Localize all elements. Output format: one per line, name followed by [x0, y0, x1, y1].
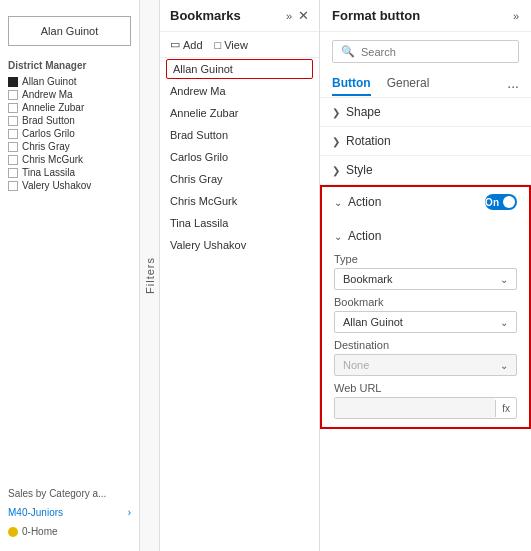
expand-icon[interactable]: » — [513, 10, 519, 22]
view-icon: □ — [215, 39, 222, 51]
toggle-label: On — [485, 197, 499, 208]
format-header-icons: » — [513, 10, 519, 22]
bookmark-item[interactable]: Tina Lassila — [160, 212, 319, 234]
district-list: Allan Guinot Andrew Ma Annelie Zubar Bra… — [0, 75, 139, 192]
list-item[interactable]: Brad Sutton — [8, 114, 131, 127]
checkbox-icon — [8, 129, 18, 139]
shape-label: Shape — [346, 105, 519, 119]
checkbox-icon — [8, 116, 18, 126]
tab-button[interactable]: Button — [332, 72, 371, 96]
chevron-down-icon: ⌄ — [500, 360, 508, 371]
chevron-down-icon: ⌄ — [500, 317, 508, 328]
rotation-label: Rotation — [346, 134, 519, 148]
bookmark-item-selected[interactable]: Allan Guinot — [166, 59, 313, 79]
chevron-right-icon: › — [128, 507, 131, 518]
bookmark-item[interactable]: Valery Ushakov — [160, 234, 319, 256]
checkbox-icon — [8, 181, 18, 191]
checkbox-icon — [8, 90, 18, 100]
web-url-label: Web URL — [334, 382, 517, 394]
view-label: View — [224, 39, 248, 51]
sales-label: Sales by Category a... — [8, 488, 131, 499]
bookmark-item[interactable]: Annelie Zubar — [160, 102, 319, 124]
district-name: Allan Guinot — [22, 76, 76, 87]
expand-icon[interactable]: » — [286, 10, 292, 22]
add-icon: ▭ — [170, 38, 180, 51]
style-label: Style — [346, 163, 519, 177]
checkbox-icon — [8, 155, 18, 165]
person-card[interactable]: Alan Guinot — [8, 16, 131, 46]
search-input[interactable] — [361, 46, 510, 58]
web-url-input-row: fx — [334, 397, 517, 419]
list-item[interactable]: Andrew Ma — [8, 88, 131, 101]
bookmarks-actions: ▭ Add □ View — [160, 32, 319, 58]
shape-section[interactable]: ❯ Shape — [320, 98, 531, 127]
type-dropdown[interactable]: Bookmark ⌄ — [334, 268, 517, 290]
bookmark-item[interactable]: Brad Sutton — [160, 124, 319, 146]
sub-action-label: Action — [348, 229, 517, 243]
list-item[interactable]: Allan Guinot — [8, 75, 131, 88]
district-label: District Manager — [0, 54, 139, 75]
bookmarks-panel: Bookmarks » ✕ ▭ Add □ View Allan Guinot … — [160, 0, 320, 551]
list-item[interactable]: Valery Ushakov — [8, 179, 131, 192]
m40-label: M40-Juniors — [8, 507, 63, 518]
toggle-knob — [503, 196, 515, 208]
action-main-label: Action — [348, 195, 485, 209]
bottom-section: Sales by Category a... M40-Juniors › 0-H… — [0, 482, 139, 543]
rotation-section[interactable]: ❯ Rotation — [320, 127, 531, 156]
bookmark-dropdown[interactable]: Allan Guinot ⌄ — [334, 311, 517, 333]
chevron-down-icon: ⌄ — [334, 231, 342, 242]
close-icon[interactable]: ✕ — [298, 8, 309, 23]
list-item[interactable]: Annelie Zubar — [8, 101, 131, 114]
list-item[interactable]: Tina Lassila — [8, 166, 131, 179]
action-toggle[interactable]: On — [485, 194, 517, 210]
chevron-down-icon: ⌄ — [500, 274, 508, 285]
bullet-icon — [8, 77, 18, 87]
action-content: ⌄ Action Type Bookmark ⌄ Bookmark Allan … — [322, 217, 529, 427]
bookmark-item[interactable]: Carlos Grilo — [160, 146, 319, 168]
bookmarks-header-icons: » ✕ — [286, 8, 309, 23]
web-url-row: Web URL fx — [334, 382, 517, 419]
add-bookmark-button[interactable]: ▭ Add — [170, 38, 203, 51]
person-name: Alan Guinot — [41, 25, 98, 37]
list-item[interactable]: Carlos Grilo — [8, 127, 131, 140]
list-item[interactable]: Chris McGurk — [8, 153, 131, 166]
destination-label: Destination — [334, 339, 517, 351]
add-label: Add — [183, 39, 203, 51]
list-item[interactable]: Chris Gray — [8, 140, 131, 153]
checkbox-icon — [8, 103, 18, 113]
view-bookmark-button[interactable]: □ View — [215, 39, 248, 51]
filters-panel[interactable]: Filters — [140, 0, 160, 551]
tab-more[interactable]: ... — [507, 71, 519, 97]
fx-button[interactable]: fx — [495, 400, 516, 417]
checkbox-icon — [8, 168, 18, 178]
format-title: Format button — [332, 8, 420, 23]
format-panel: Format button » 🔍 Button General ... ❯ S… — [320, 0, 531, 551]
chevron-right-icon: ❯ — [332, 165, 340, 176]
bookmarks-header: Bookmarks » ✕ — [160, 0, 319, 32]
bookmark-item[interactable]: Chris McGurk — [160, 190, 319, 212]
checkbox-icon — [8, 142, 18, 152]
chevron-down-icon: ⌄ — [334, 197, 342, 208]
chevron-right-icon: ❯ — [332, 136, 340, 147]
sections: ❯ Shape ❯ Rotation ❯ Style ⌄ Action On — [320, 98, 531, 551]
search-box[interactable]: 🔍 — [332, 40, 519, 63]
type-label: Type — [334, 253, 517, 265]
destination-dropdown[interactable]: None ⌄ — [334, 354, 517, 376]
bookmark-item[interactable]: Andrew Ma — [160, 80, 319, 102]
circle-icon — [8, 527, 18, 537]
left-panel: Alan Guinot District Manager Allan Guino… — [0, 0, 140, 551]
destination-value: None — [343, 359, 369, 371]
home-row: 0-Home — [8, 526, 131, 537]
chevron-right-icon: ❯ — [332, 107, 340, 118]
type-value: Bookmark — [343, 273, 393, 285]
action-header-row[interactable]: ⌄ Action On — [322, 187, 529, 217]
tabs-row: Button General ... — [320, 71, 531, 98]
tab-general[interactable]: General — [387, 72, 430, 96]
bookmark-list: Allan Guinot Andrew Ma Annelie Zubar Bra… — [160, 58, 319, 551]
web-url-input[interactable] — [335, 398, 495, 418]
bookmark-label: Bookmark — [334, 296, 517, 308]
sub-action-row[interactable]: ⌄ Action — [334, 225, 517, 247]
bookmark-item[interactable]: Chris Gray — [160, 168, 319, 190]
style-section[interactable]: ❯ Style — [320, 156, 531, 185]
m40-row[interactable]: M40-Juniors › — [8, 507, 131, 518]
